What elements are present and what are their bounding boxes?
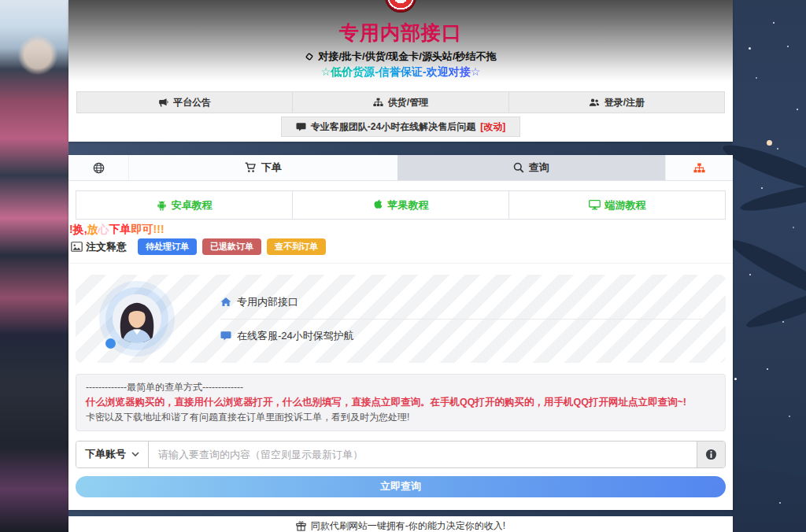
order-status-badges: 待处理订单 已退款订单 查不到订单 bbox=[138, 238, 326, 255]
tutorial-label: 苹果教程 bbox=[388, 198, 429, 212]
home-icon bbox=[220, 297, 231, 307]
query-help-note: 卡密以及下载地址和谐了有问题直接在订单里面投诉工单，看到及时为您处理! bbox=[86, 410, 715, 425]
sitemap-icon bbox=[693, 163, 705, 173]
service-notice-button[interactable]: 专业客服团队-24小时在线解决售后问题 [改动] bbox=[281, 116, 520, 137]
nav-button-label: 供货/管理 bbox=[388, 96, 428, 109]
query-help-highlight: 什么浏览器购买的，直接用什么浏览器打开，什么也别填写，直接点立即查询。在手机QQ… bbox=[86, 395, 715, 410]
online-status-dot bbox=[105, 338, 116, 349]
tab-bar: 下单 查询 bbox=[68, 155, 733, 181]
query-input[interactable] bbox=[149, 441, 697, 467]
profile-info: 专用内部接口 在线客服-24小时保驾护航 bbox=[220, 286, 702, 353]
image-icon bbox=[71, 242, 83, 252]
stars-decoration bbox=[749, 47, 751, 50]
service-notice-row: 专业客服团队-24小时在线解决售后问题 [改动] bbox=[68, 116, 733, 137]
tutorial-label: 安卓教程 bbox=[172, 198, 213, 212]
header-card: 专用内部接口 对接/批卡/供货/现金卡/源头站/秒结不拖 ☆低价货源-信誉保证-… bbox=[68, 0, 733, 142]
gift-icon bbox=[296, 521, 306, 531]
nav-button-login-register[interactable]: 登录/注册 bbox=[509, 91, 725, 113]
nav-button-label: 登录/注册 bbox=[604, 96, 645, 109]
input-info-addon[interactable] bbox=[697, 441, 725, 467]
service-notice-tag: [改动] bbox=[480, 120, 505, 134]
marquee-segment: 即可 bbox=[131, 223, 153, 235]
header-banner: 专用内部接口 对接/批卡/供货/现金卡/源头站/秒结不拖 ☆低价货源-信誉保证-… bbox=[68, 0, 733, 82]
background-art-left bbox=[0, 0, 68, 532]
sitemap-icon bbox=[373, 98, 383, 107]
desktop-icon bbox=[589, 200, 601, 210]
diamond-icon bbox=[305, 52, 314, 61]
profile-card: 专用内部接口 在线客服-24小时保驾护航 bbox=[76, 275, 726, 363]
profile-service-text: 在线客服-24小时保驾护航 bbox=[237, 329, 354, 343]
tutorial-row: 安卓教程 苹果教程 端游教程 bbox=[76, 190, 726, 220]
chevron-down-icon bbox=[131, 452, 139, 457]
marquee-notice: !换,放心下单即可!!! bbox=[69, 223, 726, 237]
avatar bbox=[99, 281, 175, 357]
profile-site-row: 专用内部接口 bbox=[220, 286, 702, 319]
tab-manage[interactable] bbox=[665, 155, 733, 180]
order-legend-row: 注文释意 待处理订单 已退款订单 查不到订单 bbox=[71, 238, 726, 255]
marquee-segment: !!! bbox=[153, 223, 165, 235]
search-icon bbox=[513, 162, 524, 173]
profile-service-row[interactable]: 在线客服-24小时保驾护航 bbox=[220, 320, 702, 353]
content-column: 专用内部接口 对接/批卡/供货/现金卡/源头站/秒结不拖 ☆低价货源-信誉保证-… bbox=[68, 0, 733, 532]
service-notice-text: 专业客服团队-24小时在线解决售后问题 bbox=[311, 120, 475, 134]
header-subtitle-text: 对接/批卡/供货/现金卡/源头站/秒结不拖 bbox=[318, 50, 496, 64]
card-body: 安卓教程 苹果教程 端游教程 bbox=[68, 181, 733, 510]
footer-promo-text: 同款代刷网站一键拥有-你的能力决定你的收入! bbox=[311, 519, 505, 532]
marquee-segment: 放 bbox=[87, 223, 98, 235]
tab-order-label: 下单 bbox=[261, 161, 282, 175]
avatar-photo bbox=[113, 294, 161, 343]
query-help-box: -------------最简单的查单方式------------- 什么浏览器… bbox=[76, 374, 726, 431]
footer-promo[interactable]: 同款代刷网站一键拥有-你的能力决定你的收入! bbox=[68, 516, 733, 532]
screen: 专用内部接口 对接/批卡/供货/现金卡/源头站/秒结不拖 ☆低价货源-信誉保证-… bbox=[0, 0, 806, 532]
badge-pending-orders: 待处理订单 bbox=[138, 238, 197, 255]
header-slogan: ☆低价货源-信誉保证-欢迎对接☆ bbox=[68, 65, 733, 79]
android-icon bbox=[157, 200, 167, 211]
tutorial-pc-button[interactable]: 端游教程 bbox=[508, 191, 725, 219]
query-input-group: 下单账号 bbox=[76, 441, 726, 468]
tutorial-android-button[interactable]: 安卓教程 bbox=[76, 191, 292, 219]
order-legend-label-wrap: 注文释意 bbox=[71, 240, 127, 254]
tab-query[interactable]: 查询 bbox=[397, 155, 666, 180]
marquee-segment: !换, bbox=[69, 223, 87, 235]
tab-query-label: 查询 bbox=[529, 161, 549, 175]
comment-icon bbox=[220, 331, 231, 341]
megaphone-icon bbox=[158, 98, 168, 108]
marquee-segment: 下单 bbox=[109, 223, 131, 235]
marquee-segment: 心 bbox=[98, 223, 109, 235]
badge-refunded-orders: 已退款订单 bbox=[202, 238, 261, 255]
profile-site-name: 专用内部接口 bbox=[237, 295, 298, 309]
main-card: 下单 查询 bbox=[68, 155, 733, 510]
tutorial-label: 端游教程 bbox=[605, 198, 646, 212]
comment-icon bbox=[296, 122, 306, 131]
tutorial-apple-button[interactable]: 苹果教程 bbox=[292, 191, 508, 219]
nav-button-announcements[interactable]: 平台公告 bbox=[76, 91, 293, 113]
cart-icon bbox=[245, 162, 257, 173]
order-type-selected: 下单账号 bbox=[85, 447, 126, 461]
divider bbox=[68, 263, 733, 264]
users-icon bbox=[589, 98, 600, 107]
header-subtitle: 对接/批卡/供货/现金卡/源头站/秒结不拖 bbox=[68, 50, 733, 64]
header-nav: 平台公告 供货/管理 登录/注册 bbox=[76, 91, 725, 113]
tab-home[interactable] bbox=[68, 155, 129, 180]
nav-button-supply-manage[interactable]: 供货/管理 bbox=[293, 91, 508, 113]
order-legend-label: 注文释意 bbox=[86, 240, 127, 254]
order-type-select[interactable]: 下单账号 bbox=[76, 441, 149, 467]
info-icon bbox=[705, 449, 717, 460]
globe-icon bbox=[93, 162, 105, 174]
nav-button-label: 平台公告 bbox=[173, 96, 211, 109]
tab-order[interactable]: 下单 bbox=[129, 155, 397, 180]
query-submit-button[interactable]: 立即查询 bbox=[76, 476, 726, 497]
stars-decoration bbox=[773, 22, 775, 24]
apple-icon bbox=[373, 199, 383, 211]
query-help-title: -------------最简单的查单方式------------- bbox=[86, 380, 715, 395]
badge-notfound-orders: 查不到订单 bbox=[267, 238, 326, 255]
